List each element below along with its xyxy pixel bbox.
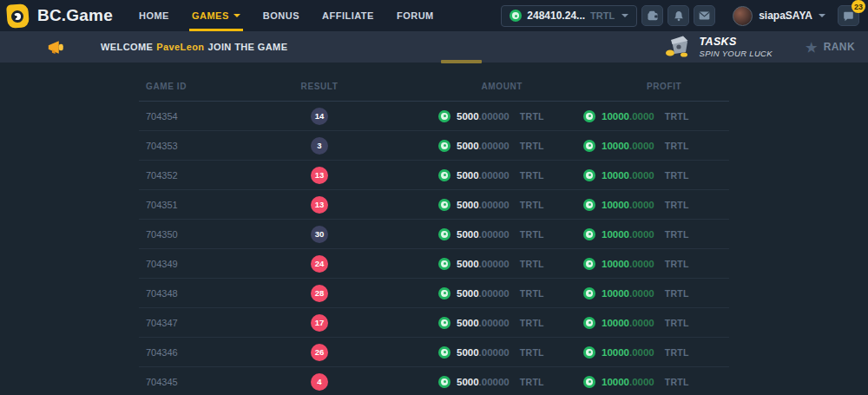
user-menu[interactable]: siapaSAYA <box>733 6 825 26</box>
profit-value: 10000.0000 <box>602 229 654 240</box>
tab-indicator <box>441 60 482 63</box>
avatar <box>733 6 753 26</box>
table-row[interactable]: 704351 13 5000.00000 TRTL 10000.0000 TRT… <box>139 190 729 220</box>
coin-icon <box>583 199 595 211</box>
coin-icon <box>438 376 450 388</box>
notifications-button[interactable] <box>667 5 689 26</box>
table-row[interactable]: 704347 17 5000.00000 TRTL 10000.0000 TRT… <box>139 308 729 338</box>
balance-currency: TRTL <box>590 10 615 21</box>
coin-icon <box>583 258 595 270</box>
envelope-icon <box>699 11 710 20</box>
profit-value: 10000.0000 <box>602 318 654 328</box>
result-badge: 24 <box>311 255 328 273</box>
rank-widget[interactable]: ★ RANK <box>806 41 855 54</box>
tasks-subtitle: SPIN YOUR LUCK <box>700 49 773 58</box>
result-cell: 13 <box>285 196 354 214</box>
coin-icon <box>438 346 450 359</box>
table-header-row: GAME ID RESULT AMOUNT PROFIT <box>139 63 729 102</box>
game-id-cell: 704345 <box>146 377 178 387</box>
messages-button[interactable] <box>694 5 715 26</box>
welcome-username: PaveLeon <box>156 42 204 52</box>
amount-cell: 5000.00000 TRTL <box>438 199 544 211</box>
result-badge: 13 <box>311 196 328 214</box>
game-id-cell: 704353 <box>146 141 178 151</box>
result-cell: 28 <box>285 285 354 302</box>
profit-value: 10000.0000 <box>602 377 654 387</box>
profit-currency: TRTL <box>665 111 689 122</box>
profit-value: 10000.0000 <box>602 347 654 358</box>
result-cell: 26 <box>285 344 354 361</box>
table-row[interactable]: 704348 28 5000.00000 TRTL 10000.0000 TRT… <box>139 279 729 308</box>
amount-value: 5000.00000 <box>457 288 510 299</box>
coin-icon <box>583 228 595 240</box>
tasks-widget[interactable]: TASKS SPIN YOUR LUCK <box>664 34 773 61</box>
amount-value: 5000.00000 <box>457 200 510 210</box>
profit-currency: TRTL <box>665 288 689 299</box>
nav-bonus[interactable]: BONUS <box>263 0 299 31</box>
table-row[interactable]: 704345 4 5000.00000 TRTL 10000.0000 TRTL <box>139 367 729 395</box>
chat-icon <box>843 10 854 22</box>
nav-games[interactable]: GAMES <box>192 0 240 31</box>
game-id-cell: 704348 <box>146 288 178 299</box>
profit-cell: 10000.0000 TRTL <box>583 376 689 388</box>
profit-value: 10000.0000 <box>602 288 654 299</box>
tasks-chest-icon <box>664 34 692 61</box>
profit-cell: 10000.0000 TRTL <box>583 317 689 329</box>
result-badge: 14 <box>311 108 328 125</box>
balance-selector[interactable]: 248410.24... TRTL <box>501 5 637 27</box>
amount-value: 5000.00000 <box>457 141 510 151</box>
result-badge: 28 <box>311 285 328 302</box>
game-id-cell: 704347 <box>146 318 178 328</box>
coin-icon <box>583 287 595 300</box>
header-result: RESULT <box>285 82 354 91</box>
profit-currency: TRTL <box>665 200 689 210</box>
amount-currency: TRTL <box>520 377 544 387</box>
result-cell: 17 <box>285 314 354 332</box>
coin-icon <box>438 258 450 270</box>
profit-value: 10000.0000 <box>602 170 654 181</box>
coin-icon <box>583 346 595 359</box>
table-row[interactable]: 704350 30 5000.00000 TRTL 10000.0000 TRT… <box>139 220 729 249</box>
result-cell: 4 <box>285 373 354 391</box>
nav-games-label: GAMES <box>192 10 229 21</box>
coin-icon <box>583 169 595 181</box>
table-row[interactable]: 704346 26 5000.00000 TRTL 10000.0000 TRT… <box>139 338 729 367</box>
megaphone-icon <box>47 40 66 55</box>
chevron-down-icon <box>621 14 628 17</box>
amount-cell: 5000.00000 TRTL <box>438 287 544 300</box>
nav-home[interactable]: HOME <box>139 0 169 31</box>
trtl-coin-icon <box>510 10 522 22</box>
nav-affiliate[interactable]: AFFILIATE <box>322 0 374 31</box>
profit-value: 10000.0000 <box>602 141 654 151</box>
amount-currency: TRTL <box>520 170 544 181</box>
profit-cell: 10000.0000 TRTL <box>583 140 689 152</box>
welcome-banner: WELCOMEPaveLeonJOIN THE GAME TASKS SPIN … <box>0 31 868 63</box>
amount-value: 5000.00000 <box>457 170 510 181</box>
amount-currency: TRTL <box>520 111 544 122</box>
table-row[interactable]: 704349 24 5000.00000 TRTL 10000.0000 TRT… <box>139 249 729 279</box>
table-row[interactable]: 704354 14 5000.00000 TRTL 10000.0000 TRT… <box>139 102 729 131</box>
welcome-message: WELCOMEPaveLeonJOIN THE GAME <box>101 42 287 52</box>
amount-cell: 5000.00000 TRTL <box>438 317 544 329</box>
coin-icon <box>438 287 450 300</box>
bets-table: GAME ID RESULT AMOUNT PROFIT 704354 14 5… <box>139 63 729 395</box>
profit-cell: 10000.0000 TRTL <box>583 228 689 240</box>
table-row[interactable]: 704352 13 5000.00000 TRTL 10000.0000 TRT… <box>139 161 729 190</box>
username: siapaSAYA <box>759 10 812 22</box>
chevron-down-icon <box>819 14 825 17</box>
table-row[interactable]: 704353 3 5000.00000 TRTL 10000.0000 TRTL <box>139 131 729 161</box>
profit-cell: 10000.0000 TRTL <box>583 169 689 181</box>
result-badge: 26 <box>311 344 328 361</box>
brand[interactable]: BC.Game <box>7 4 113 28</box>
nav-forum[interactable]: FORUM <box>397 0 434 31</box>
amount-currency: TRTL <box>520 288 544 299</box>
chat-unread-badge: 23 <box>852 0 865 13</box>
amount-cell: 5000.00000 TRTL <box>438 346 544 359</box>
wallet-button[interactable] <box>641 5 663 26</box>
chat-button[interactable]: 23 <box>838 5 859 26</box>
result-badge: 3 <box>311 137 328 155</box>
welcome-suffix: JOIN THE GAME <box>207 42 287 52</box>
amount-currency: TRTL <box>520 141 544 151</box>
profit-currency: TRTL <box>665 170 689 181</box>
result-badge: 30 <box>311 226 328 243</box>
